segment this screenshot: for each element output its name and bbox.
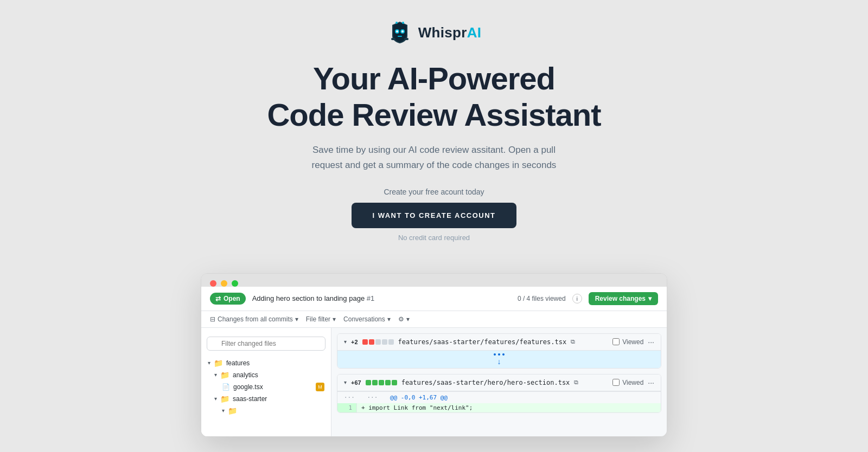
viewed-checkbox-2: Viewed [612,379,643,386]
no-cc-label: No credit card required [267,234,601,242]
file-filter-chevron-icon: ▾ [333,315,336,323]
viewed-label-2: Viewed [622,379,643,386]
diff-bar-green [385,380,391,385]
settings-selector[interactable]: ⚙ ▾ [398,315,410,323]
expand-dot [498,353,500,356]
commits-selector[interactable]: ⊟ Changes from all commits ▾ [210,315,298,323]
create-account-button[interactable]: I WANT TO CREATE ACCOUNT [352,203,516,228]
diff-bar-green [379,380,384,385]
svg-rect-4 [398,36,402,37]
folder-icon: 📁 [220,371,229,379]
expand-dot [502,353,505,356]
logo-area: WhisprAI [387,20,482,46]
diff-file-1: ▾ +2 features/saas-starter/features/feat… [337,333,661,369]
page-wrapper: WhisprAI Your AI-Powered Code Review Ass… [0,0,868,452]
files-viewed-text: 0 / 4 files viewed [518,295,566,302]
hero-subtitle: Save time by using our AI code review as… [304,143,564,172]
folder-name-analytics: analytics [233,371,258,379]
hero-section: Your AI-Powered Code Review Assistant Sa… [267,61,601,242]
more-options-icon[interactable]: ··· [648,378,654,387]
diff-filename-2: features/saas-starter/hero/hero-section.… [401,379,570,386]
diff-meta-text: @@ -0,0 +1,67 @@ [390,394,448,401]
expand-dot [494,353,496,356]
commits-chevron-icon: ▾ [295,315,298,323]
info-icon[interactable]: i [572,294,582,304]
folder-name-features: features [226,359,250,367]
diff-area: ▾ +2 features/saas-starter/features/feat… [331,328,667,436]
tree-folder-analytics[interactable]: ▾ 📁 analytics [201,369,331,381]
pr-bar: ⇄ Open Adding hero section to landing pa… [201,287,667,311]
folder-name-saas-starter: saas-starter [233,395,267,403]
pr-status-icon: ⇄ [215,295,221,302]
diff-expand-row: ↓ [337,351,661,368]
chevron-down-icon: ▾ [208,360,210,366]
file-filter-selector[interactable]: File filter ▾ [306,315,336,323]
file-name-google: google.tsx [233,383,263,391]
copy-icon[interactable]: ⧉ [574,379,578,386]
pr-title: Adding hero section to landing page #1 [252,294,375,302]
pr-status-badge: ⇄ Open [210,293,246,305]
whispr-logo-icon [387,20,413,46]
browser-dot-yellow [221,280,227,287]
conversations-selector[interactable]: Conversations ▾ [343,315,391,323]
expand-down-icon[interactable]: ↓ [497,357,501,366]
diff-filename-1: features/saas-starter/features/features.… [398,338,567,346]
viewed-checkbox-input-1[interactable] [612,338,620,345]
tree-file-google-tsx[interactable]: 📄 google.tsx M [201,381,331,393]
diff-count-1: +2 [351,339,358,345]
svg-point-2 [396,30,398,33]
viewed-checkbox-1: Viewed [612,338,643,346]
hero-title: Your AI-Powered Code Review Assistant [267,61,601,133]
tree-folder-nested[interactable]: ▾ 📁 [201,405,331,417]
diff-count-2: +67 [351,379,361,386]
pr-status-label: Open [224,295,240,302]
diff-bar-red [369,339,374,345]
copy-icon[interactable]: ⧉ [571,338,575,345]
conversations-chevron-icon: ▾ [387,315,391,323]
diff-chevron-icon[interactable]: ▾ [344,339,347,345]
diff-bars-2 [366,380,397,385]
file-modified-badge: M [316,383,324,391]
svg-rect-8 [404,38,409,40]
tree-folder-features[interactable]: ▾ 📁 features [201,357,331,369]
viewed-label-1: Viewed [622,338,643,346]
svg-point-3 [401,30,404,33]
folder-icon: 📁 [214,359,223,367]
diff-file-2: ▾ +67 features/saas-starter/hero/hero-se… [337,374,661,413]
diff-meta-dots-right: ··· [367,394,378,401]
commits-icon: ⊟ [210,315,215,323]
browser-dot-green [232,280,238,287]
svg-point-6 [402,22,404,24]
diff-bars-1 [362,339,394,345]
diff-bar-gray [382,339,387,345]
diff-bar-red [362,339,368,345]
diff-bar-green [372,380,378,385]
diff-bar-green [392,380,397,385]
svg-rect-7 [391,38,395,40]
chevron-down-icon: ▾ [214,372,217,378]
diff-line-1: 1 + import Link from "next/link"; [337,403,661,412]
diff-bar-gray [375,339,381,345]
file-tree: 🔍 ▾ 📁 features ▾ 📁 analytics 📄 [201,328,331,436]
logo-text: WhisprAI [418,24,482,41]
browser-dot-red [210,280,216,287]
file-icon: 📄 [222,383,230,391]
diff-line-content: + import Link from "next/link"; [357,403,661,412]
tree-folder-saas-starter[interactable]: ▾ 📁 saas-starter [201,393,331,405]
diff-bar-gray [388,339,394,345]
more-options-icon[interactable]: ··· [648,338,654,346]
settings-chevron-icon: ▾ [406,315,410,323]
folder-icon: 📁 [220,395,229,403]
diff-chevron-icon[interactable]: ▾ [344,379,347,385]
folder-icon: 📁 [228,406,237,415]
browser-chrome [201,274,667,287]
cta-pre-label: Create your free acount today [267,188,601,196]
filter-input-wrap: 🔍 [201,333,331,354]
pr-content: 🔍 ▾ 📁 features ▾ 📁 analytics 📄 [201,328,667,436]
filter-changed-files-input[interactable] [207,337,326,351]
viewed-checkbox-input-2[interactable] [612,379,620,386]
filter-input-container: 🔍 [207,337,326,351]
settings-gear-icon: ⚙ [398,315,404,323]
review-changes-button[interactable]: Review changes ▾ [589,292,658,305]
svg-point-5 [395,22,398,24]
